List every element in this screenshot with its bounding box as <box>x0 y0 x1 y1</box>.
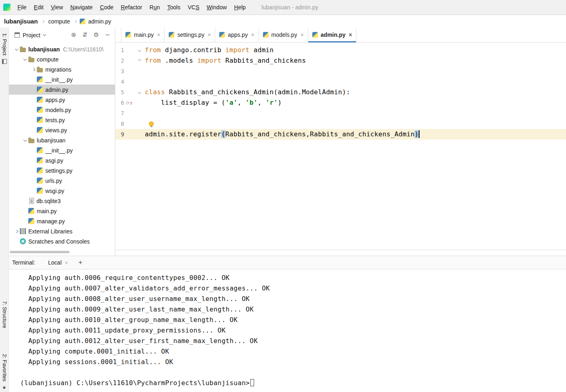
tree-item-settings-py[interactable]: settings.py <box>9 165 115 176</box>
tree-item-manage-py[interactable]: manage.py <box>9 216 115 226</box>
tree-item-label: apps.py <box>45 97 65 103</box>
settings-icon[interactable]: ⚙ <box>93 32 99 38</box>
code-editor[interactable]: 1from django.contrib import admin2from .… <box>115 42 566 250</box>
code-line-4: 4 <box>115 76 566 87</box>
fold-down-icon[interactable] <box>135 49 144 51</box>
titlebar: FileEditViewNavigateCodeRefactorRunTools… <box>0 0 566 15</box>
breadcrumb-item-project[interactable]: lubanjisuan <box>3 18 38 25</box>
code-text: from django.contrib import admin <box>145 45 274 55</box>
tree-item--init-py[interactable]: __init__.py <box>9 74 115 85</box>
hide-icon[interactable]: − <box>105 32 110 38</box>
chevron-down-icon[interactable] <box>21 140 28 141</box>
menu-help[interactable]: Help <box>231 0 250 15</box>
chevron-right-icon[interactable] <box>13 230 20 233</box>
fold-down-icon[interactable] <box>135 91 144 93</box>
close-icon[interactable]: × <box>300 32 303 38</box>
breadcrumb-item-file[interactable]: admin.py <box>87 18 112 25</box>
left-tool-window-strip: 1: Project 7: Structure 2: Favorites ★ <box>0 28 9 392</box>
breadcrumb: lubanjisuan compute admin.py <box>0 15 566 28</box>
horizontal-scrollbar-thumb[interactable] <box>10 251 70 253</box>
favorites-strip-label: 2: Favorites <box>2 354 8 381</box>
editor-tab-admin-py[interactable]: admin.py× <box>308 28 357 42</box>
tree-item-urls-py[interactable]: urls.py <box>9 176 115 186</box>
terminal-line: Applying auth.0011_update_proxy_permissi… <box>20 325 566 336</box>
tree-item-admin-py[interactable]: admin.py <box>9 85 115 95</box>
menu-navigate[interactable]: Navigate <box>67 0 96 15</box>
tree-item-scratches-and-consoles[interactable]: Scratches and Consoles <box>9 236 115 246</box>
tree-item-tests-py[interactable]: tests.py <box>9 115 115 125</box>
close-icon[interactable]: × <box>251 32 254 38</box>
close-icon[interactable]: × <box>208 32 211 38</box>
chevron-down-icon[interactable] <box>42 33 46 36</box>
close-icon[interactable]: × <box>349 32 352 38</box>
menu-tools[interactable]: Tools <box>163 0 184 15</box>
project-view-selector[interactable]: Project <box>23 32 40 38</box>
editor-tab-apps-py[interactable]: apps.py× <box>215 28 259 42</box>
db-icon <box>29 198 34 204</box>
tree-item-models-py[interactable]: models.py <box>9 105 115 115</box>
tree-item--init-py[interactable]: __init__.py <box>9 145 115 155</box>
terminal-line: Applying auth.0009_alter_user_last_name_… <box>20 304 566 315</box>
menu-code[interactable]: Code <box>96 0 117 15</box>
menu-window[interactable]: Window <box>203 0 231 15</box>
menu-refactor[interactable]: Refactor <box>117 0 146 15</box>
code-line-5: 5class Rabbits_and_chickens_Admin(admin.… <box>115 87 566 97</box>
line-number: 4 <box>115 76 124 87</box>
editor-tab-main-py[interactable]: main.py× <box>121 28 165 42</box>
terminal-tab-label: Local <box>48 259 61 266</box>
collapse-all-icon[interactable]: ⇵ <box>82 32 87 38</box>
tree-item-wsgi-py[interactable]: wsgi.py <box>9 186 115 196</box>
menubar: FileEditViewNavigateCodeRefactorRunTools… <box>14 0 249 15</box>
close-icon[interactable]: × <box>157 32 160 38</box>
folder-icon <box>28 139 34 143</box>
close-icon[interactable]: × <box>65 260 68 266</box>
project-panel: Project ⊕⇵⚙− lubanjisuanC:\Users\11610\c… <box>9 28 115 256</box>
menu-vcs[interactable]: VCS <box>184 0 203 15</box>
terminal-cursor <box>250 379 254 386</box>
text-caret <box>419 130 420 138</box>
tree-item-db-sqlite3[interactable]: db.sqlite3 <box>9 196 115 206</box>
code-line-2: 2from .models import Rabbits_and_chicken… <box>115 55 566 66</box>
editor-tab-settings-py[interactable]: settings.py× <box>165 28 215 42</box>
chevron-down-icon[interactable] <box>13 49 20 50</box>
editor-tab-models-py[interactable]: models.py× <box>259 28 308 42</box>
tree-item-asgi-py[interactable]: asgi.py <box>9 155 115 165</box>
tool-window-button-favorites[interactable]: 2: Favorites <box>0 354 9 381</box>
tool-window-button-structure[interactable]: 7: Structure <box>0 301 9 328</box>
menu-view[interactable]: View <box>47 0 67 15</box>
tree-item-label: wsgi.py <box>45 188 64 194</box>
locate-icon[interactable]: ⊕ <box>71 32 76 38</box>
override-gutter-icon[interactable]: ↑ <box>124 100 135 106</box>
tree-item-lubanjisuan[interactable]: lubanjisuanC:\Users\11610\ <box>9 44 115 54</box>
tree-item-main-py[interactable]: main.py <box>9 206 115 216</box>
window-title: lubanjisuan - admin.py <box>261 4 318 11</box>
terminal-line: Applying sessions.0001_initial... OK <box>20 357 566 367</box>
breadcrumb-item-package[interactable]: compute <box>47 18 71 25</box>
python-icon <box>37 76 43 83</box>
tree-item-lubanjisuan[interactable]: lubanjisuan <box>9 135 115 145</box>
tree-item-compute[interactable]: compute <box>9 54 115 64</box>
menu-run[interactable]: Run <box>146 0 164 15</box>
tree-item-external-libraries[interactable]: External Libraries <box>9 226 115 236</box>
tree-item-migrations[interactable]: migrations <box>9 64 115 74</box>
editor-tab-bar: main.py×settings.py×apps.py×models.py×ad… <box>115 28 566 42</box>
fold-up-icon[interactable] <box>135 59 144 62</box>
menu-file[interactable]: File <box>14 0 30 15</box>
tree-item-apps-py[interactable]: apps.py <box>9 95 115 105</box>
menu-edit[interactable]: Edit <box>30 0 47 15</box>
project-tool-window-icon <box>2 59 7 64</box>
new-session-plus-icon[interactable]: + <box>78 259 83 267</box>
terminal-header: Terminal: Local × + <box>9 256 566 269</box>
terminal-tab-local[interactable]: Local × <box>46 256 70 269</box>
tree-item-views-py[interactable]: views.py <box>9 125 115 135</box>
intention-bulb-icon[interactable] <box>149 121 154 126</box>
terminal-line: Applying auth.0008_alter_user_username_m… <box>20 294 566 304</box>
tree-item-label: urls.py <box>45 178 62 184</box>
tool-window-button-project[interactable]: 1: Project <box>0 33 9 64</box>
terminal-output[interactable]: Applying auth.0006_require_contenttypes_… <box>9 269 566 392</box>
terminal-line: Applying auth.0006_require_contenttypes_… <box>20 273 566 283</box>
chevron-down-icon[interactable] <box>21 59 28 60</box>
favorites-star-icon[interactable]: ★ <box>2 385 6 390</box>
chevron-right-icon[interactable] <box>30 68 37 71</box>
tree-item-label: Scratches and Consoles <box>28 238 90 245</box>
